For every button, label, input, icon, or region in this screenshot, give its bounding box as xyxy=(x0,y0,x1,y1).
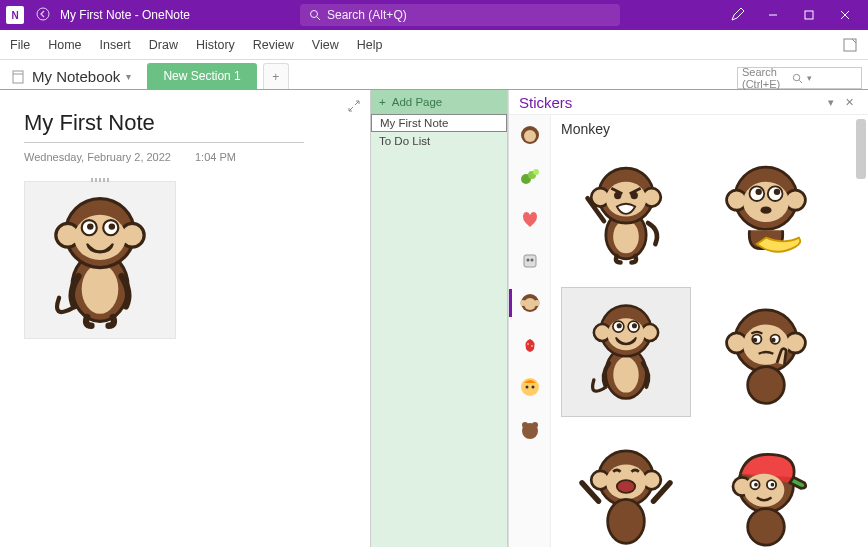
svg-point-82 xyxy=(617,480,635,493)
sticker-grid: Monkey xyxy=(551,115,868,547)
back-icon[interactable] xyxy=(32,7,54,24)
sticker-category[interactable] xyxy=(516,163,544,191)
svg-point-64 xyxy=(607,318,644,350)
ribbon-help[interactable]: Help xyxy=(357,38,383,52)
sticker-category[interactable] xyxy=(516,331,544,359)
svg-point-90 xyxy=(771,483,775,487)
sticker-category[interactable] xyxy=(516,121,544,149)
sticker-category-label: Monkey xyxy=(561,121,858,137)
svg-point-43 xyxy=(613,220,639,253)
svg-line-2 xyxy=(317,17,320,20)
ribbon-review[interactable]: Review xyxy=(253,38,294,52)
svg-point-0 xyxy=(37,8,49,20)
svg-point-1 xyxy=(311,11,318,18)
sticker-category[interactable] xyxy=(516,205,544,233)
svg-point-41 xyxy=(532,422,538,428)
svg-point-67 xyxy=(617,323,622,328)
stickers-panel: Stickers ▾ ✕ Monkey xyxy=(508,90,868,547)
sticker-category-monkey[interactable] xyxy=(516,289,544,317)
panel-options-icon[interactable]: ▾ xyxy=(822,96,840,109)
sticker-category[interactable] xyxy=(516,247,544,275)
notes-pane-icon[interactable] xyxy=(842,37,858,53)
ribbon-draw[interactable]: Draw xyxy=(149,38,178,52)
page-item[interactable]: To Do List xyxy=(371,132,507,150)
notebook-icon xyxy=(10,69,26,85)
sticker-category[interactable] xyxy=(516,415,544,443)
svg-point-33 xyxy=(524,298,536,310)
sticker-category[interactable] xyxy=(516,373,544,401)
svg-point-53 xyxy=(743,182,789,222)
svg-point-10 xyxy=(793,74,799,80)
svg-point-86 xyxy=(744,474,784,507)
stickers-panel-title: Stickers xyxy=(519,94,572,111)
maximize-button[interactable] xyxy=(792,0,826,30)
note-time: 1:04 PM xyxy=(195,151,236,163)
chevron-down-icon[interactable]: ▾ xyxy=(807,73,857,83)
svg-point-77 xyxy=(748,367,785,404)
add-section-button[interactable]: + xyxy=(263,63,289,89)
svg-point-48 xyxy=(614,192,621,199)
svg-point-37 xyxy=(525,386,528,389)
svg-point-29 xyxy=(530,259,533,262)
svg-point-83 xyxy=(608,499,645,543)
sticker-item-happy[interactable] xyxy=(561,287,691,417)
ribbon-home[interactable]: Home xyxy=(48,38,81,52)
svg-point-26 xyxy=(533,169,539,175)
global-search[interactable]: Search (Alt+Q) xyxy=(300,4,620,26)
sticker-item-cap[interactable] xyxy=(701,427,831,547)
section-tab[interactable]: New Section 1 xyxy=(147,63,256,89)
search-icon xyxy=(792,73,803,84)
svg-point-49 xyxy=(631,192,638,199)
ribbon-insert[interactable]: Insert xyxy=(100,38,131,52)
title-bar: N My First Note - OneNote Search (Alt+Q) xyxy=(0,0,868,30)
svg-point-38 xyxy=(531,386,534,389)
note-date: Wednesday, February 2, 2022 xyxy=(24,151,171,163)
close-button[interactable] xyxy=(828,0,862,30)
app-icon: N xyxy=(6,6,24,24)
svg-point-76 xyxy=(771,338,776,343)
svg-point-58 xyxy=(761,207,772,214)
svg-point-56 xyxy=(755,189,761,195)
panel-close-icon[interactable]: ✕ xyxy=(840,96,858,109)
page-item[interactable]: My First Note xyxy=(371,114,507,132)
svg-rect-4 xyxy=(805,11,813,19)
notebook-dropdown[interactable]: My Notebook ▾ xyxy=(0,68,143,89)
sticker-item-cheer[interactable] xyxy=(561,427,691,547)
svg-point-20 xyxy=(87,223,93,229)
chevron-down-icon: ▾ xyxy=(126,71,131,82)
add-page-button[interactable]: + Add Page xyxy=(371,90,507,114)
page-list: + Add Page My First Note To Do List xyxy=(370,90,508,547)
note-title[interactable]: My First Note xyxy=(24,110,304,136)
svg-point-23 xyxy=(524,130,536,142)
svg-line-11 xyxy=(799,80,802,83)
ribbon-view[interactable]: View xyxy=(312,38,339,52)
note-canvas[interactable]: My First Note Wednesday, February 2, 202… xyxy=(0,90,370,547)
svg-point-68 xyxy=(632,323,637,328)
svg-point-40 xyxy=(522,422,528,428)
svg-point-60 xyxy=(613,357,638,393)
minimize-button[interactable] xyxy=(756,0,790,30)
sticker-item-banana[interactable] xyxy=(701,147,831,277)
svg-point-89 xyxy=(754,483,758,487)
sticker-category-list xyxy=(509,115,551,547)
svg-point-57 xyxy=(774,189,780,195)
svg-point-34 xyxy=(527,343,529,345)
svg-point-35 xyxy=(531,345,533,347)
svg-rect-8 xyxy=(13,71,23,83)
inserted-sticker[interactable] xyxy=(24,181,176,339)
pen-mode-icon[interactable] xyxy=(730,6,746,25)
expand-icon[interactable] xyxy=(348,100,360,115)
sticker-item-angry[interactable] xyxy=(561,147,691,277)
svg-point-28 xyxy=(526,259,529,262)
section-tab-row: My Notebook ▾ New Section 1 + Search (Ct… xyxy=(0,60,868,90)
scrollbar[interactable] xyxy=(856,119,866,179)
sticker-item-thinking[interactable] xyxy=(701,287,831,417)
window-title: My First Note - OneNote xyxy=(60,8,190,22)
svg-point-75 xyxy=(753,338,758,343)
page-search[interactable]: Search (Ctrl+E) ▾ xyxy=(737,67,862,89)
ribbon-history[interactable]: History xyxy=(196,38,235,52)
svg-rect-27 xyxy=(524,255,536,267)
svg-point-91 xyxy=(748,509,785,546)
search-icon xyxy=(309,9,321,21)
ribbon-file[interactable]: File xyxy=(10,38,30,52)
